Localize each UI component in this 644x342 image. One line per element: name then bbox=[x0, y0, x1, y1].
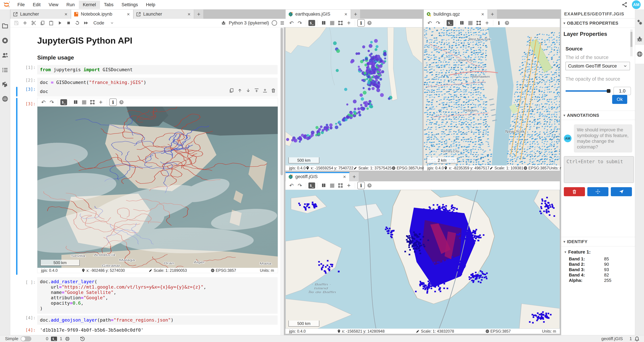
tab-launcher-2[interactable]: Launcher × bbox=[133, 9, 194, 19]
new-tab-button[interactable]: + bbox=[194, 9, 204, 19]
geometry-button[interactable] bbox=[89, 99, 96, 106]
code-cell[interactable]: from jupytergis import GISDocument bbox=[37, 65, 278, 74]
menu-file[interactable]: File bbox=[14, 1, 29, 9]
identify-button[interactable]: i bbox=[358, 19, 365, 27]
tab-close-icon[interactable]: × bbox=[187, 11, 191, 17]
tab-close-icon[interactable]: × bbox=[342, 174, 347, 180]
table-of-contents-icon[interactable] bbox=[2, 67, 8, 73]
tab-buildings[interactable]: buildings.qgz × bbox=[424, 9, 488, 19]
center-annotation-button[interactable] bbox=[587, 187, 608, 196]
undo-button[interactable]: ↶ bbox=[288, 19, 295, 26]
horizontal-splitter[interactable] bbox=[286, 171, 560, 172]
console-button[interactable]: $_ bbox=[308, 182, 315, 189]
move-cell-down-icon[interactable] bbox=[246, 88, 251, 93]
right-splitter[interactable] bbox=[560, 9, 561, 335]
grid-button[interactable] bbox=[328, 19, 336, 26]
cut-cell-button[interactable] bbox=[30, 19, 38, 26]
simple-mode-icon[interactable] bbox=[280, 20, 285, 25]
buildings-map[interactable]: West New YorkUnion CityWeehawkenHobokenJ… bbox=[424, 27, 560, 165]
grid-button[interactable] bbox=[466, 19, 474, 26]
ok-button[interactable]: Ok bbox=[612, 95, 627, 104]
add-layer-button[interactable]: + bbox=[97, 99, 104, 106]
redo-button[interactable]: ↷ bbox=[48, 99, 56, 106]
undo-button[interactable]: ↶ bbox=[288, 182, 295, 189]
tab-close-icon[interactable]: × bbox=[480, 11, 485, 17]
running-kernels-icon[interactable] bbox=[2, 37, 8, 44]
menu-kernel[interactable]: Kernel bbox=[79, 1, 100, 9]
identify-button[interactable]: i bbox=[496, 19, 502, 26]
insert-cell-below-icon[interactable] bbox=[262, 88, 268, 93]
panel-splitter[interactable] bbox=[422, 9, 424, 171]
temporal-button[interactable] bbox=[366, 19, 373, 26]
geometry-button[interactable] bbox=[337, 182, 344, 189]
menu-help[interactable]: Help bbox=[142, 1, 159, 9]
gis-tools-icon[interactable] bbox=[636, 51, 643, 57]
property-inspector-icon[interactable] bbox=[636, 19, 643, 25]
move-cell-up-icon[interactable] bbox=[237, 88, 242, 93]
save-button[interactable] bbox=[12, 19, 20, 26]
menu-view[interactable]: View bbox=[44, 1, 62, 9]
earthquakes-map[interactable]: 500 km bbox=[286, 27, 422, 165]
run-cell-button[interactable] bbox=[56, 19, 64, 26]
menu-settings[interactable]: Settings bbox=[118, 1, 142, 9]
identify-button[interactable]: i bbox=[109, 98, 117, 106]
submit-annotation-button[interactable] bbox=[611, 187, 632, 196]
gis-panel-icon[interactable] bbox=[2, 95, 8, 102]
copy-cell-button[interactable] bbox=[39, 19, 46, 26]
tab-close-icon[interactable]: × bbox=[344, 11, 348, 17]
terminals-count[interactable]: 0 bbox=[46, 336, 48, 341]
redo-button[interactable]: ↷ bbox=[434, 19, 442, 26]
delete-cell-icon[interactable] bbox=[271, 88, 276, 93]
identify-section[interactable]: ▾ IDENTIFY bbox=[561, 237, 637, 246]
paste-cell-button[interactable] bbox=[48, 19, 55, 26]
add-cell-button[interactable] bbox=[21, 19, 29, 26]
console-button[interactable]: $_ bbox=[60, 99, 67, 105]
redo-button[interactable]: ↷ bbox=[296, 19, 304, 26]
debugger-icon[interactable] bbox=[221, 20, 226, 25]
new-tab-button[interactable]: + bbox=[351, 9, 360, 19]
debugger-icon[interactable] bbox=[636, 36, 643, 42]
source-select[interactable]: Custom GeoTiff Source bbox=[566, 62, 630, 70]
france-map[interactable]: SevillaAndalucíaMalagaGibraltarOranAlger… bbox=[38, 107, 278, 268]
opacity-value[interactable]: 1.0 bbox=[614, 87, 631, 95]
kernel-name[interactable]: Python 3 (ipykernel) bbox=[229, 20, 269, 26]
basemap-button[interactable] bbox=[320, 19, 327, 26]
user-avatar[interactable]: AM bbox=[632, 0, 641, 9]
geometry-button[interactable] bbox=[475, 19, 482, 26]
delete-annotation-button[interactable] bbox=[564, 187, 585, 196]
identify-button[interactable]: i bbox=[358, 182, 365, 189]
code-cell[interactable]: doc.add_geojson_layer(path="france_regio… bbox=[37, 315, 278, 325]
objects-properties-section[interactable]: ▾ OBJECTS PROPERTIES bbox=[561, 18, 635, 28]
grid-button[interactable] bbox=[328, 182, 336, 189]
collapse-caret-icon[interactable]: ▾ bbox=[564, 250, 566, 254]
stop-kernel-button[interactable] bbox=[65, 19, 72, 26]
console-button[interactable]: $_ bbox=[446, 20, 453, 26]
slider-handle[interactable] bbox=[607, 89, 610, 93]
add-layer-button[interactable]: + bbox=[345, 182, 352, 189]
basemap-button[interactable] bbox=[458, 19, 466, 26]
code-editor[interactable]: doc = GISDocument("france_hiking.jGIS") bbox=[37, 78, 278, 87]
opacity-slider[interactable] bbox=[566, 90, 610, 92]
tab-close-icon[interactable]: × bbox=[126, 11, 130, 17]
undo-button[interactable]: ↶ bbox=[426, 19, 433, 26]
code-editor[interactable]: doc.add_raster_layer( url="https://mt1.g… bbox=[37, 277, 278, 313]
tab-close-icon[interactable]: × bbox=[64, 11, 68, 17]
kernels-count[interactable]: 1 bbox=[60, 336, 62, 341]
notebook-scrollbar[interactable] bbox=[280, 27, 283, 335]
code-cell[interactable]: doc = GISDocument("france_hiking.jGIS") bbox=[37, 78, 278, 87]
add-layer-button[interactable]: + bbox=[483, 19, 491, 26]
share-icon[interactable] bbox=[622, 2, 628, 8]
console-button[interactable]: $_ bbox=[308, 20, 315, 26]
tab-geotiff[interactable]: geotiff.jGIS × bbox=[286, 172, 350, 181]
basemap-button[interactable] bbox=[320, 182, 327, 189]
bell-icon[interactable] bbox=[634, 336, 640, 342]
menu-tabs[interactable]: Tabs bbox=[100, 1, 118, 9]
annotation-input[interactable] bbox=[564, 156, 634, 183]
geotiff-map[interactable]: · Baffin ·IslandÎle de Baffin 500 km bbox=[286, 190, 560, 329]
code-editor[interactable]: from jupytergis import GISDocument bbox=[37, 65, 278, 74]
temporal-button[interactable] bbox=[366, 182, 373, 189]
redo-button[interactable]: ↷ bbox=[296, 182, 304, 189]
collaborators-icon[interactable] bbox=[2, 52, 8, 59]
cell-type-select[interactable]: Code bbox=[94, 20, 104, 26]
restart-run-all-button[interactable] bbox=[82, 19, 90, 26]
